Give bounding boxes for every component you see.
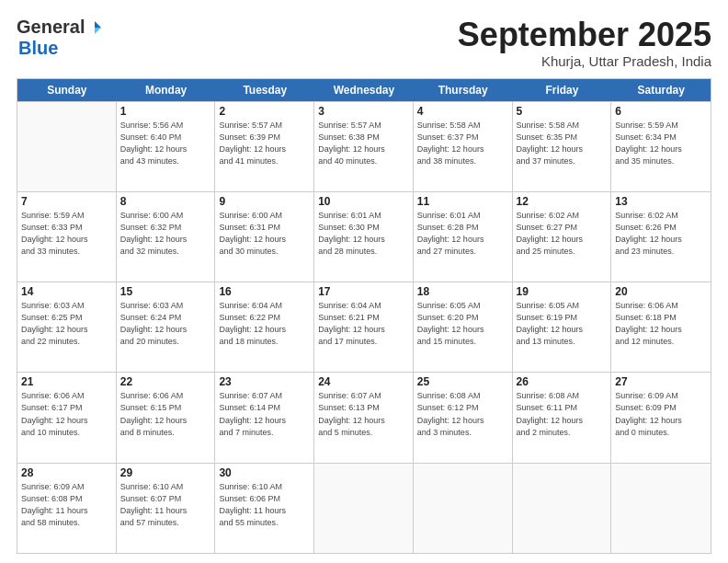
calendar-cell: 9Sunrise: 6:00 AM Sunset: 6:31 PM Daylig… [215, 192, 314, 282]
calendar-week-row: 14Sunrise: 6:03 AM Sunset: 6:25 PM Dayli… [17, 282, 711, 372]
day-info: Sunrise: 6:06 AM Sunset: 6:18 PM Dayligh… [615, 300, 707, 348]
page: General Blue September 2025 Khurja, Utta… [0, 0, 728, 563]
weekday-header: Tuesday [215, 79, 314, 101]
calendar-cell [17, 102, 117, 191]
calendar-cell: 23Sunrise: 6:07 AM Sunset: 6:14 PM Dayli… [215, 373, 314, 462]
day-number: 19 [517, 285, 608, 298]
svg-marker-0 [95, 21, 101, 28]
day-info: Sunrise: 6:09 AM Sunset: 6:08 PM Dayligh… [21, 481, 112, 529]
day-number: 30 [219, 466, 310, 479]
calendar-cell [414, 464, 513, 553]
day-info: Sunrise: 6:07 AM Sunset: 6:13 PM Dayligh… [318, 390, 409, 438]
calendar-week-row: 28Sunrise: 6:09 AM Sunset: 6:08 PM Dayli… [17, 463, 711, 553]
calendar-cell: 3Sunrise: 5:57 AM Sunset: 6:38 PM Daylig… [314, 102, 414, 191]
header: General Blue September 2025 Khurja, Utta… [17, 17, 711, 69]
day-number: 4 [417, 105, 508, 118]
calendar-cell: 14Sunrise: 6:03 AM Sunset: 6:25 PM Dayli… [17, 282, 117, 372]
day-number: 2 [219, 105, 310, 118]
calendar-cell [314, 464, 414, 553]
weekday-header: Monday [117, 79, 216, 101]
calendar-cell: 5Sunrise: 5:58 AM Sunset: 6:35 PM Daylig… [513, 102, 612, 191]
calendar-cell: 28Sunrise: 6:09 AM Sunset: 6:08 PM Dayli… [17, 464, 117, 553]
calendar-cell: 30Sunrise: 6:10 AM Sunset: 6:06 PM Dayli… [215, 464, 314, 553]
calendar-cell: 27Sunrise: 6:09 AM Sunset: 6:09 PM Dayli… [611, 373, 711, 462]
day-info: Sunrise: 6:08 AM Sunset: 6:12 PM Dayligh… [417, 390, 508, 438]
day-number: 27 [615, 375, 707, 388]
day-number: 20 [615, 285, 707, 298]
calendar-cell: 26Sunrise: 6:08 AM Sunset: 6:11 PM Dayli… [513, 373, 612, 462]
day-number: 24 [318, 375, 409, 388]
calendar-cell: 19Sunrise: 6:05 AM Sunset: 6:19 PM Dayli… [513, 282, 612, 372]
calendar-cell: 13Sunrise: 6:02 AM Sunset: 6:26 PM Dayli… [611, 192, 711, 282]
day-info: Sunrise: 6:10 AM Sunset: 6:07 PM Dayligh… [120, 481, 211, 529]
day-info: Sunrise: 6:08 AM Sunset: 6:11 PM Dayligh… [517, 390, 608, 438]
day-number: 10 [318, 195, 409, 208]
day-number: 22 [120, 375, 211, 388]
weekday-header: Saturday [611, 79, 711, 101]
day-number: 7 [21, 195, 112, 208]
calendar-cell: 18Sunrise: 6:05 AM Sunset: 6:20 PM Dayli… [414, 282, 513, 372]
title-block: September 2025 Khurja, Uttar Pradesh, In… [458, 17, 711, 69]
day-number: 9 [219, 195, 310, 208]
calendar-cell: 29Sunrise: 6:10 AM Sunset: 6:07 PM Dayli… [117, 464, 216, 553]
day-info: Sunrise: 6:01 AM Sunset: 6:30 PM Dayligh… [318, 210, 409, 258]
weekday-header: Thursday [414, 79, 513, 101]
calendar-body: 1Sunrise: 5:56 AM Sunset: 6:40 PM Daylig… [17, 101, 711, 553]
calendar-cell: 2Sunrise: 5:57 AM Sunset: 6:39 PM Daylig… [215, 102, 314, 191]
day-info: Sunrise: 6:10 AM Sunset: 6:06 PM Dayligh… [219, 481, 310, 529]
day-number: 17 [318, 285, 409, 298]
calendar-cell: 21Sunrise: 6:06 AM Sunset: 6:17 PM Dayli… [17, 373, 117, 462]
calendar-header-row: SundayMondayTuesdayWednesdayThursdayFrid… [17, 79, 711, 101]
day-info: Sunrise: 6:05 AM Sunset: 6:19 PM Dayligh… [517, 300, 608, 348]
day-number: 5 [517, 105, 608, 118]
day-info: Sunrise: 6:06 AM Sunset: 6:15 PM Dayligh… [120, 390, 211, 438]
month-title: September 2025 [458, 17, 711, 53]
day-number: 21 [21, 375, 112, 388]
calendar-cell: 25Sunrise: 6:08 AM Sunset: 6:12 PM Dayli… [414, 373, 513, 462]
calendar-cell: 17Sunrise: 6:04 AM Sunset: 6:21 PM Dayli… [314, 282, 414, 372]
calendar-week-row: 7Sunrise: 5:59 AM Sunset: 6:33 PM Daylig… [17, 191, 711, 282]
calendar-cell: 6Sunrise: 5:59 AM Sunset: 6:34 PM Daylig… [611, 102, 711, 191]
calendar-cell: 7Sunrise: 5:59 AM Sunset: 6:33 PM Daylig… [17, 192, 117, 282]
day-info: Sunrise: 6:03 AM Sunset: 6:25 PM Dayligh… [21, 300, 112, 348]
calendar-cell: 10Sunrise: 6:01 AM Sunset: 6:30 PM Dayli… [314, 192, 414, 282]
calendar: SundayMondayTuesdayWednesdayThursdayFrid… [17, 78, 711, 554]
calendar-cell [611, 464, 711, 553]
logo: General Blue [17, 17, 103, 59]
day-info: Sunrise: 6:01 AM Sunset: 6:28 PM Dayligh… [417, 210, 508, 258]
day-info: Sunrise: 6:04 AM Sunset: 6:21 PM Dayligh… [318, 300, 409, 348]
day-number: 26 [517, 375, 608, 388]
day-number: 1 [120, 105, 211, 118]
calendar-cell: 16Sunrise: 6:04 AM Sunset: 6:22 PM Dayli… [215, 282, 314, 372]
day-info: Sunrise: 6:06 AM Sunset: 6:17 PM Dayligh… [21, 390, 112, 438]
calendar-cell [513, 464, 612, 553]
calendar-cell: 8Sunrise: 6:00 AM Sunset: 6:32 PM Daylig… [117, 192, 216, 282]
day-number: 23 [219, 375, 310, 388]
day-number: 25 [417, 375, 508, 388]
day-info: Sunrise: 6:03 AM Sunset: 6:24 PM Dayligh… [120, 300, 211, 348]
day-number: 28 [21, 466, 112, 479]
svg-marker-1 [95, 28, 101, 34]
logo-general: General [17, 17, 85, 38]
calendar-week-row: 21Sunrise: 6:06 AM Sunset: 6:17 PM Dayli… [17, 372, 711, 462]
day-number: 12 [517, 195, 608, 208]
calendar-cell: 12Sunrise: 6:02 AM Sunset: 6:27 PM Dayli… [513, 192, 612, 282]
calendar-cell: 15Sunrise: 6:03 AM Sunset: 6:24 PM Dayli… [117, 282, 216, 372]
day-number: 11 [417, 195, 508, 208]
day-info: Sunrise: 5:57 AM Sunset: 6:38 PM Dayligh… [318, 120, 409, 167]
day-info: Sunrise: 6:00 AM Sunset: 6:32 PM Dayligh… [120, 210, 211, 258]
weekday-header: Friday [513, 79, 612, 101]
calendar-week-row: 1Sunrise: 5:56 AM Sunset: 6:40 PM Daylig… [17, 101, 711, 191]
day-info: Sunrise: 5:58 AM Sunset: 6:37 PM Dayligh… [417, 120, 508, 167]
calendar-cell: 22Sunrise: 6:06 AM Sunset: 6:15 PM Dayli… [117, 373, 216, 462]
day-number: 8 [120, 195, 211, 208]
day-info: Sunrise: 5:57 AM Sunset: 6:39 PM Dayligh… [219, 120, 310, 167]
day-info: Sunrise: 6:04 AM Sunset: 6:22 PM Dayligh… [219, 300, 310, 348]
day-number: 16 [219, 285, 310, 298]
calendar-cell: 24Sunrise: 6:07 AM Sunset: 6:13 PM Dayli… [314, 373, 414, 462]
weekday-header: Sunday [17, 79, 117, 101]
logo-text: General [17, 17, 103, 38]
day-number: 18 [417, 285, 508, 298]
location-subtitle: Khurja, Uttar Pradesh, India [458, 53, 711, 69]
calendar-cell: 11Sunrise: 6:01 AM Sunset: 6:28 PM Dayli… [414, 192, 513, 282]
